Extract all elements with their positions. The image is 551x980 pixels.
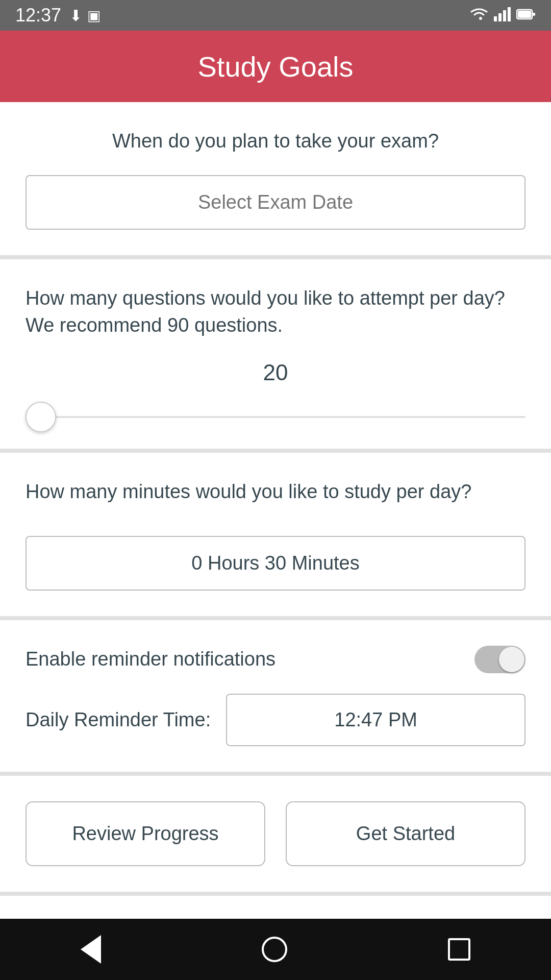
review-progress-button[interactable]: Review Progress	[26, 801, 265, 866]
svg-rect-2	[503, 10, 506, 21]
slider-thumb[interactable]	[26, 402, 56, 432]
svg-rect-6	[533, 13, 535, 16]
questions-per-day-question: How many questions would you like to att…	[26, 285, 525, 339]
questions-slider-container	[26, 401, 525, 433]
home-icon	[262, 937, 287, 962]
svg-rect-1	[498, 13, 502, 21]
notifications-toggle[interactable]	[474, 646, 525, 673]
minutes-per-day-question: How many minutes would you like to study…	[26, 478, 525, 505]
enable-notifications-row: Enable reminder notifications	[26, 646, 525, 673]
reminder-time-row: Daily Reminder Time:	[26, 694, 525, 746]
divider-1	[0, 255, 551, 259]
svg-rect-3	[508, 7, 511, 21]
bottom-nav	[0, 919, 551, 980]
sim-icon: ▣	[87, 7, 101, 24]
action-buttons-section: Review Progress Get Started	[0, 776, 551, 892]
signal-icon	[494, 6, 511, 25]
time-picker-button[interactable]: 0 Hours 30 Minutes	[26, 536, 525, 591]
notifications-section: Enable reminder notifications Daily Remi…	[0, 620, 551, 772]
divider-4	[0, 772, 551, 776]
exam-date-question: When do you plan to take your exam?	[26, 128, 525, 155]
slider-track	[26, 416, 525, 418]
questions-count-value: 20	[26, 360, 525, 385]
minutes-per-day-section: How many minutes would you like to study…	[0, 453, 551, 616]
questions-per-day-section: How many questions would you like to att…	[0, 259, 551, 448]
divider-2	[0, 449, 551, 453]
recent-button[interactable]	[433, 933, 486, 966]
home-button[interactable]	[246, 932, 303, 967]
toggle-knob	[499, 647, 524, 672]
wifi-icon	[469, 6, 489, 25]
reminder-time-label: Daily Reminder Time:	[26, 709, 211, 731]
svg-rect-5	[518, 11, 531, 18]
page-title: Study Goals	[197, 50, 353, 83]
download-icon: ⬇	[69, 7, 82, 24]
divider-5	[0, 892, 551, 896]
divider-3	[0, 616, 551, 620]
status-bar: 12:37 ⬇ ▣	[0, 0, 551, 31]
main-content: When do you plan to take your exam? How …	[0, 102, 551, 919]
exam-date-section: When do you plan to take your exam?	[0, 102, 551, 255]
get-started-button[interactable]: Get Started	[286, 801, 525, 866]
status-time: 12:37	[15, 5, 61, 26]
exam-date-input[interactable]	[26, 175, 525, 230]
recent-icon	[448, 938, 470, 961]
battery-icon	[516, 7, 536, 24]
app-header: Study Goals	[0, 31, 551, 102]
back-button[interactable]	[65, 930, 116, 969]
reminder-time-input[interactable]	[226, 694, 525, 746]
enable-notifications-label: Enable reminder notifications	[26, 648, 276, 670]
svg-rect-0	[494, 16, 497, 21]
back-icon	[81, 935, 101, 964]
